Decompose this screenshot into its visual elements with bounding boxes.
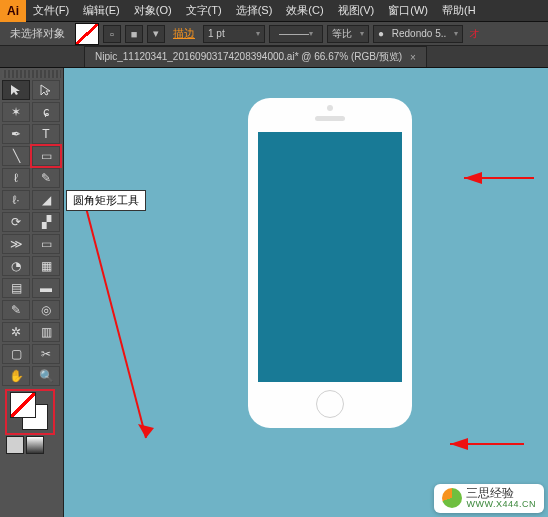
watermark-url: WWW.X444.CN xyxy=(466,500,536,510)
gradient-mode-button[interactable] xyxy=(26,436,44,454)
menu-view[interactable]: 视图(V) xyxy=(331,3,382,18)
fill-color-swatch[interactable] xyxy=(10,392,36,418)
menu-edit[interactable]: 编辑(E) xyxy=(76,3,127,18)
menu-help[interactable]: 帮助(H xyxy=(435,3,483,18)
menu-object[interactable]: 对象(O) xyxy=(127,3,179,18)
tool-width[interactable]: ≫ xyxy=(2,234,30,254)
tool-eyedropper[interactable]: ✎ xyxy=(2,300,30,320)
tool-artboard[interactable]: ▢ xyxy=(2,344,30,364)
chevron-down-icon: ▾ xyxy=(454,29,458,38)
stroke-color-icon[interactable]: ■ xyxy=(125,25,143,43)
menu-type[interactable]: 文字(T) xyxy=(179,3,229,18)
stroke-dash-line-icon: ——— xyxy=(279,28,309,39)
svg-marker-5 xyxy=(450,438,468,450)
tool-pencil[interactable]: ✎ xyxy=(32,168,60,188)
stroke-weight-dropdown[interactable]: 1 pt ▾ xyxy=(203,25,265,43)
stroke-dropdown-icon[interactable]: ▾ xyxy=(147,25,165,43)
panel-grip[interactable] xyxy=(2,70,61,78)
tool-tooltip: 圆角矩形工具 xyxy=(66,190,146,211)
menu-effect[interactable]: 效果(C) xyxy=(279,3,330,18)
tools-panel: ✶ ɕ ✒ T ╲ ▭ ℓ ✎ ℓ· ◢ ⟳ ▞ ≫ ▭ ◔ ▦ ▤ ▬ ✎ ◎… xyxy=(0,68,64,517)
tool-free-transform[interactable]: ▭ xyxy=(32,234,60,254)
fill-none-icon[interactable]: ▫ xyxy=(103,25,121,43)
tool-scale[interactable]: ▞ xyxy=(32,212,60,232)
dot-icon: ● xyxy=(378,28,384,39)
tool-gradient[interactable]: ▬ xyxy=(32,278,60,298)
scale-dropdown[interactable]: 等比 ▾ xyxy=(327,25,369,43)
control-bar: 未选择对象 ▫ ■ ▾ 描边 1 pt ▾ ——— ▾ 等比 ▾ ● Redon… xyxy=(0,22,548,46)
menu-file[interactable]: 文件(F) xyxy=(26,3,76,18)
watermark: 三思经验 WWW.X444.CN xyxy=(434,484,544,513)
color-swatch-stack[interactable] xyxy=(8,392,52,432)
menu-window[interactable]: 窗口(W) xyxy=(381,3,435,18)
tool-column-graph[interactable]: ▥ xyxy=(32,322,60,342)
tool-hand[interactable]: ✋ xyxy=(2,366,30,386)
svg-line-0 xyxy=(84,200,146,438)
watermark-logo-icon xyxy=(442,488,462,508)
tool-mesh[interactable]: ▤ xyxy=(2,278,30,298)
chevron-down-icon: ▾ xyxy=(360,29,364,38)
menu-bar: Ai 文件(F) 编辑(E) 对象(O) 文字(T) 选择(S) 效果(C) 视… xyxy=(0,0,548,22)
profile-value: Redondo 5.. xyxy=(392,28,447,39)
rounded-rectangle-icon: ▭ xyxy=(41,149,52,163)
tool-blob-brush[interactable]: ℓ· xyxy=(2,190,30,210)
selection-status: 未选择对象 xyxy=(4,26,71,41)
svg-marker-1 xyxy=(138,424,154,438)
svg-marker-3 xyxy=(464,172,482,184)
tool-zoom[interactable]: 🔍 xyxy=(32,366,60,386)
scale-label: 等比 xyxy=(332,27,352,41)
tool-blend[interactable]: ◎ xyxy=(32,300,60,320)
tool-direct-selection[interactable] xyxy=(32,80,60,100)
tool-line[interactable]: ╲ xyxy=(2,146,30,166)
tool-rounded-rectangle[interactable]: ▭ xyxy=(32,146,60,166)
menu-select[interactable]: 选择(S) xyxy=(229,3,280,18)
stroke-profile-dropdown[interactable]: ● Redondo 5.. ▾ xyxy=(373,25,463,43)
stroke-label[interactable]: 描边 xyxy=(169,26,199,41)
fill-swatch[interactable] xyxy=(75,23,99,45)
chevron-down-icon: ▾ xyxy=(256,29,260,38)
document-title: Nipic_11120341_20160903174208394000.ai* … xyxy=(95,50,402,64)
tool-perspective[interactable]: ▦ xyxy=(32,256,60,276)
tool-pen[interactable]: ✒ xyxy=(2,124,30,144)
tool-type[interactable]: T xyxy=(32,124,60,144)
tool-magic-wand[interactable]: ✶ xyxy=(2,102,30,122)
tool-shape-builder[interactable]: ◔ xyxy=(2,256,30,276)
stroke-weight-value: 1 pt xyxy=(208,28,225,39)
color-mode-button[interactable] xyxy=(6,436,24,454)
canvas[interactable] xyxy=(64,68,548,517)
tool-rotate[interactable]: ⟳ xyxy=(2,212,30,232)
tool-selection[interactable] xyxy=(2,80,30,100)
document-tab[interactable]: Nipic_11120341_20160903174208394000.ai* … xyxy=(84,46,427,67)
document-tab-bar: Nipic_11120341_20160903174208394000.ai* … xyxy=(0,46,548,68)
tool-slice[interactable]: ✂ xyxy=(32,344,60,364)
stroke-dash-dropdown[interactable]: ——— ▾ xyxy=(269,25,323,43)
tool-paintbrush[interactable]: ℓ xyxy=(2,168,30,188)
app-icon: Ai xyxy=(0,0,26,22)
tool-lasso[interactable]: ɕ xyxy=(32,102,60,122)
tool-eraser[interactable]: ◢ xyxy=(32,190,60,210)
close-icon[interactable]: × xyxy=(410,52,416,63)
truncated-control: オ xyxy=(467,26,480,41)
annotation-arrow-1 xyxy=(64,68,548,517)
tool-symbol-sprayer[interactable]: ✲ xyxy=(2,322,30,342)
chevron-down-icon: ▾ xyxy=(309,29,313,38)
